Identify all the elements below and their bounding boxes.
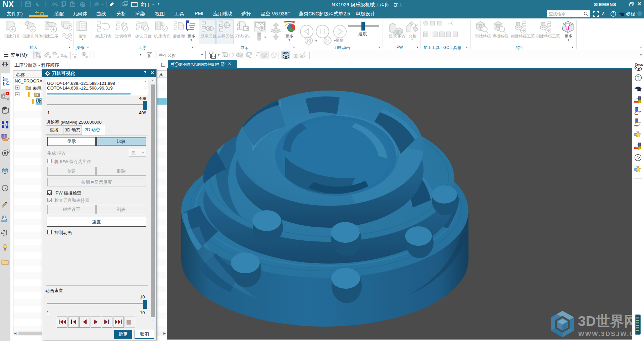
- svg-text:WWW.3DSJW.COM: WWW.3DSJW.COM: [578, 330, 633, 337]
- svg-text:3: 3: [29, 87, 30, 90]
- svg-text:MCS: MCS: [637, 63, 643, 66]
- svg-text:▼: ▼: [315, 40, 317, 43]
- svg-text:?: ?: [637, 75, 640, 80]
- svg-text:3: 3: [38, 94, 39, 96]
- svg-text:3D世界网: 3D世界网: [578, 313, 633, 329]
- svg-text:?: ?: [612, 12, 614, 16]
- svg-text:▼: ▼: [255, 54, 257, 56]
- svg-text:MCS: MCS: [283, 52, 289, 55]
